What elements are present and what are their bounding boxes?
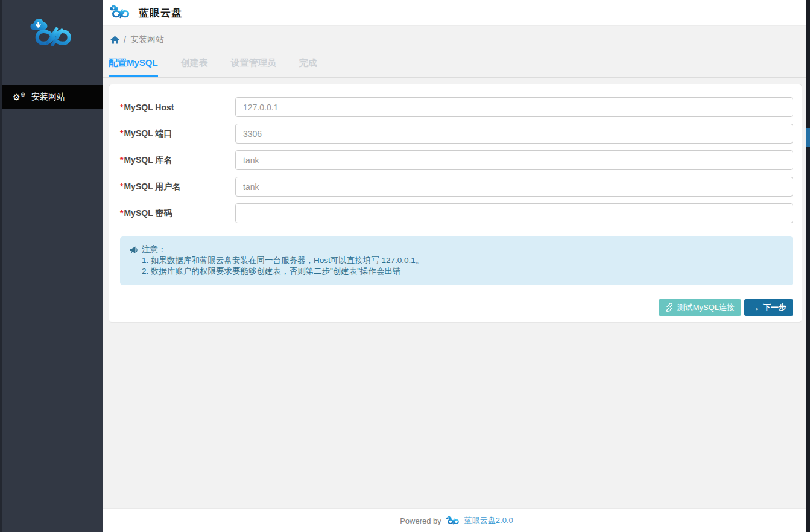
infinity-cloud-logo (27, 19, 77, 51)
wizard-tabs: 配置MySQL 创建表 设置管理员 完成 (103, 57, 810, 78)
tab-finish[interactable]: 完成 (299, 57, 317, 77)
test-mysql-connection-button[interactable]: 测试MySQL连接 (659, 299, 741, 316)
test-button-label: 测试MySQL连接 (677, 302, 735, 313)
next-step-button[interactable]: → 下一步 (744, 299, 793, 316)
bullhorn-icon (129, 246, 138, 254)
breadcrumb-current: 安装网站 (130, 34, 164, 45)
mysql-config-card: *MySQL Host *MySQL 端口 *MySQL 库名 *MySQL 用… (109, 84, 802, 323)
notice-item: 2. 数据库账户的权限要求要能够创建表，否则第二步"创建表"操作会出错 (142, 266, 784, 277)
form-row-mysql-port: *MySQL 端口 (120, 124, 793, 144)
notice-title-row: 注意： (129, 244, 784, 255)
mysql-port-label: *MySQL 端口 (120, 128, 235, 139)
footer-version-link[interactable]: 蓝眼云盘2.0.0 (464, 515, 513, 526)
home-icon[interactable] (110, 36, 119, 44)
mysql-username-input[interactable] (235, 177, 793, 197)
breadcrumb-separator: / (124, 35, 126, 45)
page-scrollbar[interactable] (806, 0, 810, 532)
app-root: ⚙⚙ 安装网站 蓝眼云盘 / 安装网站 配置MySQL 创建表 设置管理员 完成… (0, 0, 810, 532)
tab-create-tables[interactable]: 创建表 (181, 57, 208, 77)
sidebar-nav: ⚙⚙ 安装网站 (0, 85, 103, 109)
mysql-database-input[interactable] (235, 150, 793, 170)
tab-configure-mysql[interactable]: 配置MySQL (109, 57, 158, 77)
form-row-mysql-password: *MySQL 密码 (120, 203, 793, 223)
unlink-icon (665, 303, 674, 312)
form-actions: 测试MySQL连接 → 下一步 (120, 299, 793, 316)
form-row-mysql-username: *MySQL 用户名 (120, 177, 793, 197)
arrow-right-icon: → (751, 303, 759, 312)
notice-item: 1. 如果数据库和蓝眼云盘安装在同一台服务器，Host可以直接填写 127.0.… (142, 255, 784, 266)
breadcrumb: / 安装网站 (103, 34, 810, 45)
notice-box: 注意： 1. 如果数据库和蓝眼云盘安装在同一台服务器，Host可以直接填写 12… (120, 236, 793, 285)
mysql-password-input[interactable] (235, 203, 793, 223)
sidebar: ⚙⚙ 安装网站 (0, 0, 103, 532)
app-logo (0, 0, 103, 51)
footer: Powered by 蓝眼云盘2.0.0 (103, 508, 810, 532)
form-row-mysql-database: *MySQL 库名 (120, 150, 793, 170)
required-marker: * (120, 182, 123, 191)
mysql-port-input[interactable] (235, 124, 793, 144)
sidebar-item-label: 安装网站 (31, 92, 65, 103)
required-marker: * (120, 155, 123, 165)
sidebar-scrollbar[interactable] (0, 0, 2, 532)
mysql-host-input[interactable] (235, 97, 793, 117)
page-title: 蓝眼云盘 (139, 6, 182, 20)
required-marker: * (120, 208, 123, 218)
mysql-host-label: *MySQL Host (120, 103, 235, 112)
next-button-label: 下一步 (763, 302, 786, 313)
required-marker: * (120, 128, 123, 138)
mysql-username-label: *MySQL 用户名 (120, 182, 235, 192)
page-scrollbar-thumb[interactable] (806, 128, 810, 147)
cogs-icon: ⚙⚙ (13, 92, 25, 103)
tab-set-admin[interactable]: 设置管理员 (231, 57, 276, 77)
notice-title: 注意： (142, 244, 166, 255)
powered-by-text: Powered by (400, 516, 441, 525)
main-area: 蓝眼云盘 / 安装网站 配置MySQL 创建表 设置管理员 完成 *MySQL … (103, 0, 810, 532)
header: 蓝眼云盘 (103, 0, 810, 26)
mysql-password-label: *MySQL 密码 (120, 208, 235, 219)
footer-logo (445, 516, 461, 526)
mysql-database-label: *MySQL 库名 (120, 155, 235, 166)
app-logo-small (108, 5, 132, 21)
sidebar-item-install-site[interactable]: ⚙⚙ 安装网站 (0, 85, 103, 109)
required-marker: * (120, 103, 123, 112)
form-row-mysql-host: *MySQL Host (120, 97, 793, 117)
